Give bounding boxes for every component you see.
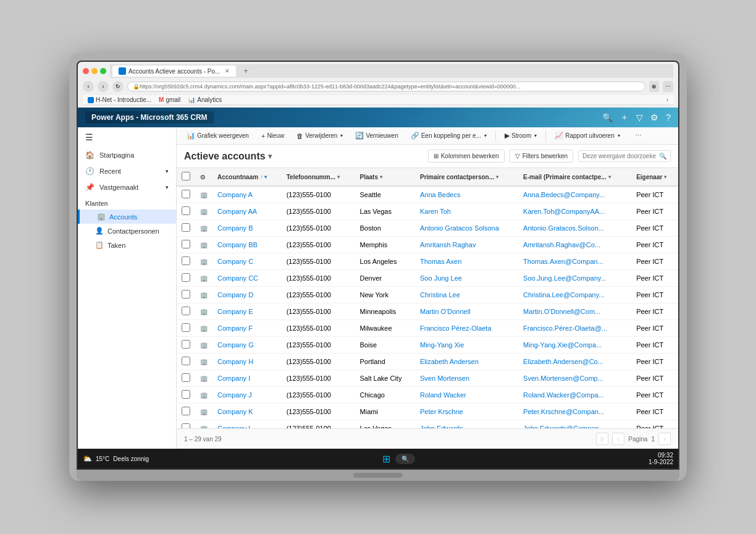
row-checkbox[interactable] [182,407,190,415]
row-checkbox[interactable] [182,323,190,332]
contact-link[interactable]: Antonio Gratacos Solsona [420,224,499,232]
browser-menu-button[interactable]: ⋯ [663,81,673,92]
row-checkbox[interactable] [182,340,190,349]
cmd-vernieuwen[interactable]: 🔄 Vernieuwen [350,130,403,142]
cmd-stroom[interactable]: ▶ Stroom ▾ [500,130,542,142]
edit-columns-button[interactable]: ⊞ Kolommen bewerken [428,150,505,163]
windows-logo[interactable]: ⊞ [382,453,390,465]
eigenaar-filter-icon[interactable]: ▾ [664,174,666,180]
email-link[interactable]: Karen.Toh@CompanyAA... [523,208,605,215]
contact-link[interactable]: Amritansh Raghav [420,241,476,248]
company-link[interactable]: Company D [217,291,253,299]
edit-filters-button[interactable]: ▽ Filters bewerken [510,150,573,163]
plaats-filter-icon[interactable]: ▾ [380,174,382,180]
email-link[interactable]: Soo.Jung.Lee@Company... [523,274,607,282]
header-settings-icon[interactable]: ⚙ [650,112,658,122]
prev-page-button[interactable]: ‹ [612,433,624,445]
primaire-contactpersoon-filter-icon[interactable]: ▾ [496,174,498,180]
contact-link[interactable]: Francisco Pérez-Olaeta [420,324,492,332]
row-checkbox[interactable] [182,307,190,315]
company-link[interactable]: Company AA [217,208,257,215]
view-title-dropdown-icon[interactable]: ▾ [268,152,272,161]
next-page-button[interactable]: › [658,433,671,445]
sidebar-item-vastgemaakt[interactable]: 📌 Vastgemaakt ▾ [78,179,176,195]
email-link[interactable]: Sven.Mortensen@Comp... [523,375,603,382]
contact-link[interactable]: Peter Krschne [420,408,463,415]
extensions-button[interactable]: ⊕ [649,81,659,92]
email-link[interactable]: Peter.Krschne@Compan... [523,408,604,415]
cmd-nieuw[interactable]: + Nieuw [256,130,289,142]
select-all-checkbox[interactable] [182,172,190,180]
col-primaire-contactpersoon[interactable]: Primaire contactperson... ▾ [415,168,518,186]
company-link[interactable]: Company G [217,341,254,349]
company-link[interactable]: Company CC [217,274,258,282]
entity-sort-icon[interactable]: ⊙ [200,174,205,180]
contact-link[interactable]: Elizabeth Andersen [420,358,479,365]
email-link[interactable]: Christina.Lee@Company... [523,291,604,299]
header-filter-icon[interactable]: ▽ [636,112,643,122]
email-link[interactable]: Ming-Yang.Xie@Compa... [523,341,602,349]
company-link[interactable]: Company BB [217,241,258,248]
favorites-more-icon[interactable]: › [666,96,668,103]
row-checkbox[interactable] [182,290,190,299]
row-checkbox[interactable] [182,273,190,282]
tab-close-icon[interactable]: ✕ [225,68,230,74]
row-checkbox[interactable] [182,206,190,215]
cmd-grafiek[interactable]: 📊 Grafiek weergeven [182,130,254,142]
company-link[interactable]: Company K [217,408,253,415]
col-email[interactable]: E-mail (Primaire contactpe... ▾ [518,168,631,186]
new-tab-button[interactable]: + [238,67,253,75]
fav-hnet[interactable]: H-Net - Introductie... [88,96,151,103]
company-link[interactable]: Company J [217,391,252,399]
col-eigenaar[interactable]: Eigenaar ▾ [631,168,678,186]
fav-gmail[interactable]: M gmail [159,96,180,103]
sidebar-hamburger[interactable]: ☰ [78,127,176,147]
cmd-rapport[interactable]: 📈 Rapport uitvoeren ▾ [550,130,625,142]
contact-link[interactable]: Ming-Yang Xie [420,341,464,349]
email-link[interactable]: Martin.O'Donnell@Com... [523,308,600,315]
company-link[interactable]: Company A [217,191,253,198]
row-checkbox[interactable] [182,256,190,265]
contact-link[interactable]: Karen Toh [420,208,451,215]
contact-link[interactable]: Roland Wacker [420,391,466,399]
header-search-icon[interactable]: 🔍 [602,112,613,122]
email-link[interactable]: Thomas.Axen@Compan... [523,258,603,265]
address-bar[interactable]: 🔒 https://org55b92dc5.crm4.dynamics.com/… [127,82,645,91]
accountnaam-filter-icon[interactable]: ▾ [264,174,267,180]
forward-button[interactable]: › [98,81,109,92]
company-link[interactable]: Company C [217,258,253,265]
header-help-icon[interactable]: ? [666,112,671,122]
company-link[interactable]: Company H [217,358,253,365]
row-checkbox[interactable] [182,357,190,365]
reload-button[interactable]: ↻ [112,81,124,92]
sidebar-item-accounts[interactable]: 🏢 Accounts [78,210,176,224]
company-link[interactable]: Company E [217,308,253,315]
row-checkbox[interactable] [182,240,190,248]
contact-link[interactable]: Thomas Axen [420,258,461,265]
company-link[interactable]: Company F [217,324,253,332]
cmd-verwijderen[interactable]: 🗑 Verwijderen ▾ [292,130,348,142]
sidebar-item-contactpersonen[interactable]: 👤 Contactpersonen [78,224,176,238]
col-accountnaam[interactable]: Accountnaam ↑ ▾ [212,168,282,186]
contact-link[interactable]: Soo Jung Lee [420,274,462,282]
taskbar-search[interactable]: 🔍 [395,454,415,464]
email-link[interactable]: Antonio.Gratacos.Solson... [523,224,604,232]
view-search-input[interactable] [582,153,657,159]
email-link[interactable]: Elizabeth.Andersen@Co... [523,358,603,365]
sidebar-item-recent[interactable]: 🕐 Recent ▾ [78,163,176,179]
contact-link[interactable]: Anna Bedecs [420,191,460,198]
email-link[interactable]: Francisco.Pérez-Olaeta@... [523,324,607,332]
email-link[interactable]: Roland.Wacker@Compa... [523,391,604,399]
select-all-header[interactable] [177,168,195,186]
company-link[interactable]: Company B [217,224,253,232]
browser-tab[interactable]: Accounts Actieve accounts - Po... ✕ [112,66,236,77]
email-link[interactable]: Anna.Bedecs@Company... [523,191,605,198]
row-checkbox[interactable] [182,373,190,382]
row-checkbox[interactable] [182,223,190,232]
cmd-koppeling[interactable]: 🔗 Een koppeling per e... ▾ [406,130,492,142]
sidebar-item-taken[interactable]: 📋 Taken [78,238,176,252]
view-search-box[interactable]: 🔍 [578,150,671,162]
sidebar-item-startpagina[interactable]: 🏠 Startpagina [78,147,176,163]
contact-link[interactable]: Christina Lee [420,291,460,299]
contact-link[interactable]: Sven Mortensen [420,375,469,382]
